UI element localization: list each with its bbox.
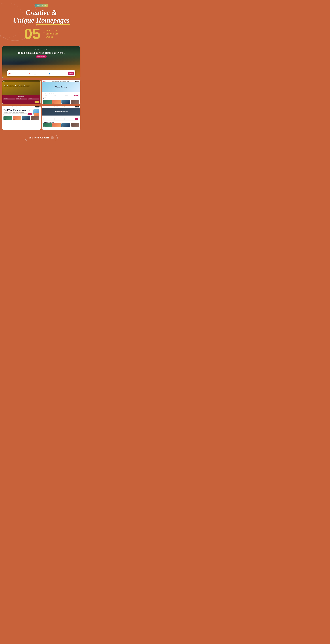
see-more-button[interactable]: SEE MORE WEBSITE +	[25, 134, 57, 141]
card2-search-bar: From To All dates Search	[44, 94, 78, 97]
guests-placeholder: 0 Guest(s)	[51, 74, 55, 74]
person-icon: 👤	[49, 73, 50, 74]
card-travel-booking: Housey Home About Us Room Gallery Blog P…	[42, 80, 80, 104]
card-find-favorite: Housey Home About Us Room Gallery Blog P…	[2, 106, 41, 130]
booking-bar: Check-In 📅 dd/mm/yyyy Check-Out 📅 dd/mm/…	[7, 70, 75, 76]
card2-tab-flights[interactable]: Flights	[44, 93, 47, 94]
card4-booknow-btn[interactable]: Book Now	[75, 106, 79, 108]
card2-tab-air[interactable]: Air+Hotel	[55, 93, 58, 94]
dest-dubai: Dubai	[71, 100, 79, 104]
card2-hero: Travel Booking	[42, 82, 80, 92]
card1-booknow-btn[interactable]: Book Now	[34, 101, 39, 103]
card3-booknow-btn[interactable]: Book Now	[35, 106, 39, 108]
card3-search-btn[interactable]: Search	[28, 113, 32, 115]
card4-date-input[interactable]: All adults	[64, 118, 74, 120]
card2-from-input[interactable]: From	[45, 94, 54, 96]
card1-title: The Exclusive Hotel & Apartments!	[4, 85, 39, 87]
card3-thumbs: Nevada Poland Nevada Dubai	[3, 116, 39, 120]
hotel-background: Best Choice for Family Indulge in a Luxu…	[2, 46, 80, 78]
card4-hero: Welcome to housey	[42, 108, 80, 116]
card4-nav-home: Home	[52, 106, 54, 107]
guests-input[interactable]: 👤 0 Guest(s)	[48, 73, 67, 75]
card3-guests-input[interactable]: Guests	[20, 113, 28, 115]
see-more-plus-icon: +	[51, 136, 54, 139]
card4-dest-2-label: Poland,	[52, 126, 54, 127]
card2-nav-gallery: Gallery	[60, 81, 62, 82]
checkout-label: Check-Out	[28, 72, 47, 72]
card2-booknow-btn[interactable]: Book Now	[75, 81, 79, 82]
checkout-input[interactable]: 📅 dd/mm/yyyy	[28, 73, 47, 75]
card4-nav-links: Home About Us Room Gallery Blog Pages Co…	[52, 106, 69, 107]
card3-nav-about: About Us	[14, 106, 17, 107]
card4-nav-gallery: Gallery	[60, 106, 62, 107]
number-row: 05 ← Brand newready-to-usedemos	[3, 26, 80, 41]
main-demo-screenshot: Best Choice for Family Indulge in a Luxu…	[2, 46, 80, 78]
card4-tab-activity[interactable]: Activity	[54, 116, 58, 117]
card4-popular-title: Popular destinations	[43, 122, 79, 123]
card4-stays-dot	[47, 116, 48, 117]
card2-search-btn[interactable]: Search	[74, 95, 78, 96]
screenshots-grid: Unique National Story The Exclusive Hote…	[2, 80, 80, 130]
card3-dest-1-label: Nevada	[4, 119, 6, 120]
card1-body: Unique National Story The Exclusive Hote…	[2, 82, 40, 104]
hero-title: Creative & Unique Homepages	[3, 9, 80, 24]
card1-occupancy: Occupancy ——	[28, 98, 39, 100]
card-exclusive-hotel: Unique National Story The Exclusive Hote…	[2, 80, 41, 104]
card2-to-input[interactable]: To	[54, 94, 64, 96]
title-line3: Homepages	[36, 16, 69, 24]
checkin-input[interactable]: 📅 dd/mm/yyyy	[8, 73, 27, 75]
card3-title: Find Your Favorite place here!	[3, 109, 32, 111]
card3-checkin-input[interactable]: Check-In	[3, 113, 11, 115]
card3-image-area	[32, 109, 39, 116]
see-more-label: SEE MORE WEBSITE	[29, 137, 50, 139]
card3-nav-blog: Blog	[23, 106, 24, 107]
guests-field: Guests 👤 0 Guest(s)	[48, 72, 67, 75]
card4-tab-flights[interactable]: Flights	[44, 116, 47, 117]
card1-fields: Arrival Date —————— Departure Date —————…	[3, 98, 39, 100]
card4-tab-stays-label: Stays	[48, 116, 50, 117]
card4-dest-3-label: Nevada	[62, 126, 63, 127]
card4-activity-dot	[54, 116, 55, 117]
card2-nav-about: About Us	[54, 81, 57, 82]
card2-tab-family[interactable]: Family	[51, 93, 54, 94]
card4-checkin-input[interactable]: Location	[54, 118, 64, 120]
checkin-placeholder: dd/mm/yyyy	[11, 74, 16, 74]
search-button[interactable]: Search	[68, 72, 74, 75]
family-dot	[51, 93, 52, 94]
dest-dubai-label: Dubai	[71, 103, 72, 104]
air-dot	[55, 93, 55, 94]
card3-nav-pages: Pages	[24, 106, 26, 107]
card2-tab-stays[interactable]: Stays	[47, 93, 50, 94]
card3-nav-contact: Contact	[27, 106, 29, 107]
card4-nav-pages: Pages	[64, 106, 66, 107]
arrow-icon: ←	[42, 30, 45, 34]
card2-popular-title: Popular destinations	[43, 98, 79, 100]
hero-section: New Demo Creative & Unique Homepages 05 …	[0, 0, 82, 45]
card4-dest-1: Nevada	[43, 124, 52, 127]
card2-date-input[interactable]: All dates	[64, 94, 74, 96]
card4-search-bar: Location Location All adults Search	[43, 118, 79, 120]
card2-destinations: Nevada Poland, Nevada Dubai	[43, 100, 79, 104]
card4-search-btn[interactable]: Search	[75, 118, 78, 120]
explore-more-button[interactable]: Explore More ↗	[36, 56, 47, 58]
card4-hero-title: Welcome to housey	[55, 111, 68, 113]
checkout-placeholder: dd/mm/yyyy	[31, 74, 36, 74]
card1-subtitle: Unique National Story	[4, 83, 39, 84]
card3-sub: World-class very trending frog and pods …	[3, 112, 32, 113]
card3-dest-3-label: Nevada	[22, 119, 24, 120]
card3-checkout-input[interactable]: Check-Out	[12, 113, 19, 115]
card1-departure: Departure Date ——————	[15, 98, 27, 100]
card1-bottom: Reservations Arrival Date —————— Departu…	[2, 95, 40, 104]
card4-tab-family[interactable]: Family	[51, 116, 54, 117]
card4-from-input[interactable]: Location	[44, 118, 54, 120]
card2-logo: Housey	[43, 81, 46, 82]
card3-dest-4: Dubai	[31, 116, 39, 120]
brand-new-text: Brand newready-to-usedemos	[46, 29, 58, 39]
card4-tab-stays[interactable]: Stays	[47, 116, 50, 117]
nav-dot-2	[4, 81, 5, 82]
card4-search-area: Flights Stays Family Activity	[42, 116, 80, 120]
card4-nav-contact: Contact	[67, 106, 69, 107]
card4-thumbs: Nevada Poland, Nevada Dubai	[43, 124, 79, 127]
dest-nevada-2: Nevada	[61, 100, 70, 104]
dest-nevada-1: Nevada	[43, 100, 52, 104]
